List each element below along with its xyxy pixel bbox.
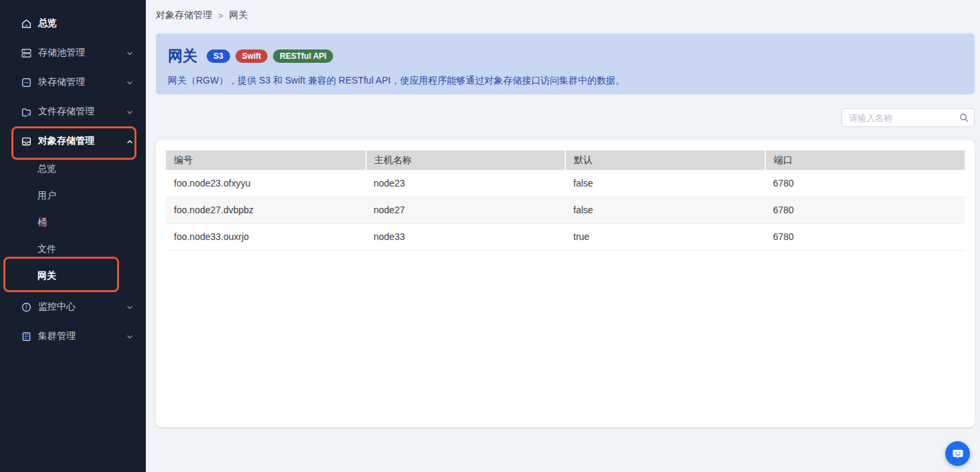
gateway-table: 编号 主机名称 默认 端口 foo.node23.ofxyyu node23 f… bbox=[166, 150, 965, 251]
cell-id: foo.node27.dvbpbz bbox=[166, 197, 366, 223]
sidebar-item-file-storage[interactable]: 文件存储管理 bbox=[0, 97, 146, 126]
cluster-icon bbox=[21, 331, 32, 342]
cell-hostname: node23 bbox=[366, 170, 566, 197]
submenu-item-label: 总览 bbox=[37, 163, 56, 175]
submenu-item-buckets[interactable]: 桶 bbox=[0, 209, 146, 236]
column-header-hostname: 主机名称 bbox=[366, 150, 566, 170]
object-storage-submenu: 总览 用户 桶 文件 网关 bbox=[0, 156, 146, 289]
app-window: 总览 存储池管理 块存储管理 文件存储管理 bbox=[0, 0, 980, 472]
column-header-default: 默认 bbox=[565, 150, 765, 170]
cell-default: true bbox=[565, 223, 765, 250]
home-icon bbox=[21, 18, 32, 29]
table-row: foo.node33.ouxrjo node33 true 6780 bbox=[166, 223, 965, 250]
sidebar-item-label: 块存储管理 bbox=[38, 76, 126, 88]
object-storage-icon bbox=[21, 136, 32, 147]
sidebar-item-object-storage[interactable]: 对象存储管理 bbox=[0, 126, 146, 156]
banner-description: 网关（RGW），提供 S3 和 Swift 兼容的 RESTful API，使应… bbox=[168, 75, 963, 87]
sidebar-item-label: 集群管理 bbox=[38, 330, 126, 342]
table-row: foo.node27.dvbpbz node27 false 6780 bbox=[166, 197, 965, 223]
storage-pool-icon bbox=[21, 47, 32, 59]
submenu-item-label: 文件 bbox=[37, 243, 56, 255]
sidebar-item-label: 总览 bbox=[38, 17, 134, 29]
chat-smiley-icon bbox=[951, 447, 965, 461]
toolbar bbox=[156, 108, 975, 127]
cell-port: 6780 bbox=[765, 197, 965, 223]
breadcrumb-separator: > bbox=[218, 11, 223, 21]
chevron-down-icon bbox=[126, 108, 134, 116]
breadcrumb-item-gateway: 网关 bbox=[229, 9, 248, 21]
block-storage-icon bbox=[21, 77, 32, 88]
table-row: foo.node23.ofxyyu node23 false 6780 bbox=[166, 170, 965, 197]
chevron-down-icon bbox=[126, 303, 134, 311]
gauge-icon bbox=[21, 302, 32, 313]
submenu-item-label: 桶 bbox=[37, 217, 47, 229]
search-icon[interactable] bbox=[959, 112, 969, 123]
sidebar-item-label: 对象存储管理 bbox=[38, 135, 126, 147]
info-banner: 网关 S3 Swift RESTful API 网关（RGW），提供 S3 和 … bbox=[156, 33, 975, 94]
badge-swift: Swift bbox=[235, 49, 268, 63]
badge-restful-api: RESTful API bbox=[273, 49, 333, 63]
cell-port: 6780 bbox=[765, 170, 965, 197]
sidebar-item-label: 监控中心 bbox=[38, 301, 126, 313]
page-title: 网关 bbox=[168, 46, 197, 66]
badge-s3: S3 bbox=[207, 49, 230, 63]
main-content: 对象存储管理 > 网关 网关 S3 Swift RESTful API 网关（R… bbox=[146, 0, 980, 472]
sidebar-item-overview[interactable]: 总览 bbox=[0, 9, 146, 38]
chat-support-button[interactable] bbox=[945, 441, 970, 466]
chevron-down-icon bbox=[126, 78, 134, 86]
chevron-down-icon bbox=[126, 332, 134, 340]
submenu-item-users[interactable]: 用户 bbox=[0, 183, 146, 209]
breadcrumb: 对象存储管理 > 网关 bbox=[156, 9, 975, 21]
sidebar-item-block-storage[interactable]: 块存储管理 bbox=[0, 68, 146, 97]
column-header-id: 编号 bbox=[166, 150, 366, 170]
sidebar: 总览 存储池管理 块存储管理 文件存储管理 bbox=[0, 0, 146, 472]
search-box bbox=[842, 108, 975, 127]
breadcrumb-item-object-storage[interactable]: 对象存储管理 bbox=[156, 9, 212, 21]
cell-id: foo.node33.ouxrjo bbox=[166, 223, 366, 250]
cell-port: 6780 bbox=[765, 223, 965, 250]
sidebar-item-label: 存储池管理 bbox=[38, 47, 126, 59]
cell-default: false bbox=[565, 197, 765, 223]
submenu-item-files[interactable]: 文件 bbox=[0, 236, 146, 263]
submenu-item-overview[interactable]: 总览 bbox=[0, 156, 146, 183]
chevron-up-icon bbox=[126, 137, 134, 145]
cell-id: foo.node23.ofxyyu bbox=[166, 170, 366, 197]
file-storage-icon bbox=[21, 106, 32, 118]
sidebar-item-cluster[interactable]: 集群管理 bbox=[0, 322, 146, 351]
cell-hostname: node27 bbox=[366, 197, 566, 223]
column-header-port: 端口 bbox=[765, 150, 965, 170]
cell-hostname: node33 bbox=[366, 223, 566, 250]
submenu-item-label: 用户 bbox=[37, 190, 56, 202]
table-header-row: 编号 主机名称 默认 端口 bbox=[166, 150, 965, 170]
search-input[interactable] bbox=[842, 108, 975, 127]
cell-default: false bbox=[565, 170, 765, 197]
sidebar-item-monitoring[interactable]: 监控中心 bbox=[0, 292, 146, 322]
sidebar-item-label: 文件存储管理 bbox=[38, 106, 126, 118]
sidebar-item-storage-pool[interactable]: 存储池管理 bbox=[0, 38, 146, 68]
chevron-down-icon bbox=[126, 49, 134, 57]
submenu-item-label: 网关 bbox=[37, 270, 56, 282]
table-card: 编号 主机名称 默认 端口 foo.node23.ofxyyu node23 f… bbox=[156, 140, 975, 427]
submenu-item-gateway[interactable]: 网关 bbox=[0, 263, 146, 289]
